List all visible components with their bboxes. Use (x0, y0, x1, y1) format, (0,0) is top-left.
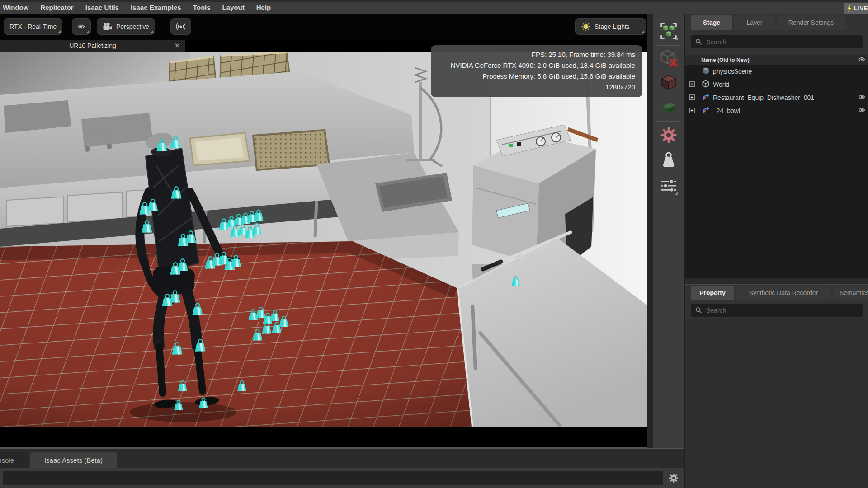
menu-window[interactable]: Window (0, 2, 34, 14)
audio-emitter-button[interactable] (170, 18, 191, 35)
property-panel-body (685, 319, 868, 488)
red-gear-icon (659, 126, 678, 145)
stage-search-placeholder: Search (706, 38, 726, 46)
maroon-cube-icon (659, 73, 678, 92)
assets-filter-input[interactable] (3, 471, 663, 485)
stage-lights-button[interactable]: Stage Lights (575, 18, 646, 35)
tab-stage[interactable]: Stage (691, 15, 732, 30)
stats-memory: Process Memory: 5.8 GiB used, 15.6 GiB a… (438, 71, 635, 82)
green-cuboid-icon (659, 98, 678, 117)
panel-splitter[interactable] (685, 278, 868, 285)
settings-gear-icon[interactable] (668, 472, 679, 484)
expand-plus-icon[interactable] (689, 108, 695, 113)
collider-cube-button[interactable] (658, 72, 679, 93)
menu-tools[interactable]: Tools (187, 2, 217, 14)
flat-tray (190, 133, 250, 165)
mesh-cube-button[interactable] (658, 97, 679, 118)
light-sun-icon (581, 22, 591, 32)
search-icon (695, 38, 702, 45)
visibility-eye-icon[interactable] (858, 107, 865, 113)
live-label: LIVE (854, 5, 868, 12)
tab-console[interactable]: Console (0, 452, 28, 468)
kitchen-scene[interactable] (0, 52, 647, 427)
visibility-column-eye-icon[interactable] (858, 56, 865, 62)
tab-property[interactable]: Property (691, 286, 734, 300)
physics-scene-cube-icon (702, 67, 710, 75)
tab-isaac-assets[interactable]: Isaac Assets (Beta) (30, 452, 117, 468)
isaac-assets-toolbar (0, 468, 684, 488)
camera-perspective-button[interactable]: Perspective (97, 18, 155, 35)
stats-overlay: FPS: 25.10, Frame time: 39.84 ms NVIDIA … (431, 45, 642, 97)
simulation-settings-button[interactable] (658, 175, 679, 196)
renderer-mode-button[interactable]: RTX - Real-Time (4, 18, 62, 35)
tab-synthetic-data-recorder[interactable]: Synthetic Data Recorder (736, 286, 831, 300)
reference-arrow-icon (702, 93, 710, 101)
selection-mode-button[interactable] (658, 21, 679, 42)
visibility-eye-icon[interactable] (858, 94, 865, 100)
renderer-mode-label: RTX - Real-Time (9, 23, 57, 30)
viewport-tab-ur10-palletizing[interactable]: UR10 Palletizing ✕ (0, 40, 185, 52)
menu-replicator[interactable]: Replicator (34, 2, 79, 14)
mass-properties-button[interactable] (658, 150, 679, 171)
disabled-collider-button[interactable] (658, 48, 679, 69)
tree-row-24-bowl[interactable]: _24_bowl (685, 104, 868, 117)
stage-lights-label: Stage Lights (594, 23, 630, 30)
camera-icon (103, 23, 113, 31)
tree-sort-header[interactable]: Name (Old to New) (685, 55, 868, 65)
viewport-tab-title: UR10 Palletizing (69, 42, 116, 49)
tree-row-world[interactable]: World (685, 78, 868, 91)
stats-gpu: NVIDIA GeForce RTX 4090: 2.0 GiB used, 1… (438, 60, 635, 71)
stage-search-input[interactable]: Search (691, 35, 863, 48)
eye-icon (78, 22, 85, 31)
tree-row-dishwasher[interactable]: Restaurant_Equip_Dishwasher_001 (685, 91, 868, 104)
viewport-letterbox (0, 427, 647, 448)
weight-icon (659, 151, 678, 170)
tab-render-settings[interactable]: Render Settings (777, 15, 845, 30)
visibility-eye-button[interactable] (72, 18, 91, 35)
lightning-bolt-icon (847, 5, 852, 12)
physics-toolbar (647, 14, 684, 448)
sound-waves-icon (176, 22, 185, 31)
menu-isaac-examples[interactable]: Isaac Examples (125, 2, 187, 14)
sliders-icon (659, 176, 678, 195)
physics-settings-button[interactable] (658, 125, 679, 145)
wireframe-cube-icon (702, 80, 710, 88)
ghost-cube-red-x-icon (659, 49, 678, 68)
search-icon (695, 307, 702, 314)
tab-layer[interactable]: Layer (734, 15, 775, 30)
live-sync-badge[interactable]: LIVE (844, 3, 868, 14)
viewport-toolbar: RTX - Real-Time Perspective (0, 14, 647, 40)
expand-plus-icon[interactable] (689, 81, 695, 87)
menu-isaac-utils[interactable]: Isaac Utils (80, 2, 125, 14)
tab-semantics-schema-editor[interactable]: Semantics Schema Editor (833, 286, 868, 300)
selection-cubes-icon (659, 22, 678, 41)
tree-row-physicsscene[interactable]: physicsScene (685, 65, 868, 78)
stats-fps: FPS: 25.10, Frame time: 39.84 ms (438, 49, 635, 60)
menu-layout[interactable]: Layout (217, 2, 250, 14)
close-icon[interactable]: ✕ (174, 40, 180, 52)
stats-resolution: 1280x720 (438, 82, 635, 93)
expand-plus-icon[interactable] (689, 94, 695, 100)
viewport-3d-render[interactable] (0, 52, 647, 427)
property-search-input[interactable]: Search (691, 304, 863, 317)
right-panel: Stage Layer Render Settings Search Name … (684, 14, 868, 488)
stage-tab-row: Stage Layer Render Settings (685, 14, 868, 30)
peg-rack (253, 130, 329, 170)
bottom-tab-row: Console Isaac Assets (Beta) (0, 449, 684, 468)
stage-tree: Name (Old to New) physicsScene (685, 55, 868, 278)
property-tab-row: Property Synthetic Data Recorder Semanti… (685, 285, 868, 301)
menu-bar: Window Replicator Isaac Utils Isaac Exam… (0, 0, 868, 14)
property-search-placeholder: Search (706, 307, 726, 314)
menu-help[interactable]: Help (250, 2, 277, 14)
reference-arrow-icon (702, 106, 710, 114)
camera-label: Perspective (116, 23, 149, 30)
